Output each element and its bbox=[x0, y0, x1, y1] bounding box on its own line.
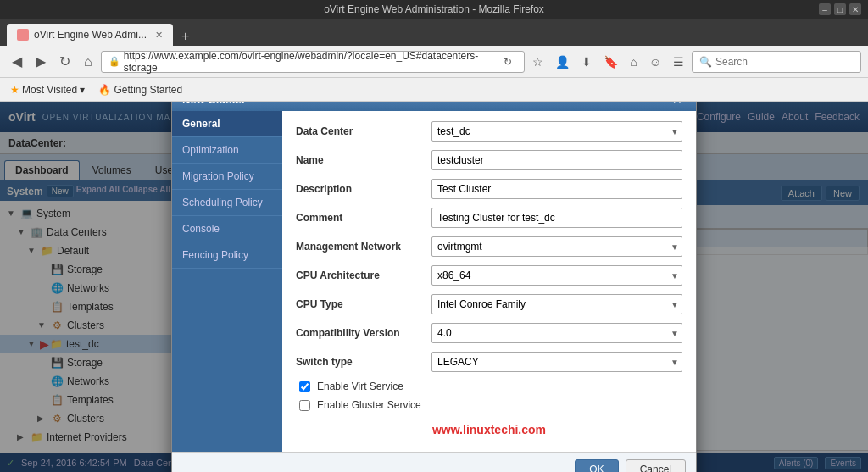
modal-footer: OK Cancel bbox=[172, 452, 696, 472]
form-row-compat-version: Compatibility Version 4.0 ▼ bbox=[296, 323, 682, 343]
modal-close-btn[interactable]: ✕ bbox=[669, 102, 686, 106]
getting-started-icon: 🔥 bbox=[98, 84, 111, 96]
comment-input[interactable] bbox=[431, 208, 682, 228]
form-row-cpu-architecture: CPU Architecture x86_64 ▼ bbox=[296, 265, 682, 286]
comment-field-label: Comment bbox=[296, 212, 431, 224]
modal-nav-general[interactable]: General bbox=[172, 111, 282, 137]
url-text: https://www.example.com/ovirt-engine/web… bbox=[124, 50, 499, 74]
modal-form-content: Data Center test_dc ▼ Name bbox=[282, 111, 696, 452]
enable-gluster-label: Enable Gluster Service bbox=[317, 399, 421, 411]
cpu-architecture-select[interactable]: x86_64 bbox=[431, 265, 682, 286]
cpu-type-label: CPU Type bbox=[296, 298, 431, 310]
modal-title: New Cluster bbox=[182, 102, 246, 106]
datacenter-select-wrap: test_dc ▼ bbox=[431, 121, 682, 142]
cpu-type-select-wrap: Intel Conroe Family ▼ bbox=[431, 294, 682, 314]
home-btn[interactable]: ⌂ bbox=[79, 53, 97, 71]
most-visited-bookmark[interactable]: ★ Most Visited ▾ bbox=[7, 82, 88, 97]
window-controls[interactable]: – □ ✕ bbox=[819, 3, 861, 15]
user-icon-btn[interactable]: 👤 bbox=[551, 53, 574, 70]
ok-button[interactable]: OK bbox=[575, 459, 618, 472]
enable-gluster-checkbox[interactable] bbox=[299, 400, 310, 411]
url-bar[interactable]: 🔒 https://www.example.com/ovirt-engine/w… bbox=[101, 51, 526, 73]
watermark: www.linuxtechi.com bbox=[296, 418, 682, 441]
refresh-btn[interactable]: ↻ bbox=[54, 52, 75, 71]
modal-nav-migration-policy[interactable]: Migration Policy bbox=[172, 164, 282, 190]
star-icon: ★ bbox=[10, 84, 19, 96]
browser-icons: ☆ 👤 ⬇ 🔖 ⌂ ☺ ☰ bbox=[528, 53, 688, 70]
bookmark-list-btn[interactable]: 🔖 bbox=[599, 53, 622, 70]
modal-overlay: New Cluster ✕ General Optimization Migra… bbox=[0, 102, 868, 472]
close-btn[interactable]: ✕ bbox=[849, 3, 861, 15]
reload-btn[interactable]: ↻ bbox=[498, 54, 517, 69]
cancel-button[interactable]: Cancel bbox=[626, 459, 686, 472]
description-input[interactable] bbox=[431, 179, 682, 199]
tab-close-btn[interactable]: ✕ bbox=[155, 30, 163, 41]
maximize-btn[interactable]: □ bbox=[834, 3, 846, 15]
home-icon-btn[interactable]: ⌂ bbox=[626, 53, 641, 70]
form-row-datacenter: Data Center test_dc ▼ bbox=[296, 121, 682, 142]
bookmark-star-btn[interactable]: ☆ bbox=[528, 53, 548, 70]
browser-titlebar: oVirt Engine Web Administration - Mozill… bbox=[0, 0, 868, 19]
modal-titlebar: New Cluster ✕ bbox=[172, 102, 696, 111]
form-row-description: Description bbox=[296, 179, 682, 199]
compat-version-select-wrap: 4.0 ▼ bbox=[431, 323, 682, 343]
form-row-enable-virt: Enable Virt Service bbox=[296, 380, 682, 392]
modal-nav-console[interactable]: Console bbox=[172, 216, 282, 242]
modal-nav-optimization[interactable]: Optimization bbox=[172, 137, 282, 164]
browser-navbar: ◀ ▶ ↻ ⌂ 🔒 https://www.example.com/ovirt-… bbox=[0, 46, 868, 78]
cpu-arch-select-wrap: x86_64 ▼ bbox=[431, 265, 682, 286]
name-field-label: Name bbox=[296, 154, 431, 166]
modal-nav-fencing-policy[interactable]: Fencing Policy bbox=[172, 242, 282, 269]
switch-type-select-wrap: LEGACY ▼ bbox=[431, 352, 682, 372]
forward-btn[interactable]: ▶ bbox=[31, 52, 51, 71]
compat-version-select[interactable]: 4.0 bbox=[431, 323, 682, 343]
browser-title: oVirt Engine Web Administration - Mozill… bbox=[324, 3, 544, 15]
browser-tabs: oVirt Engine Web Admi... ✕ + bbox=[0, 19, 868, 46]
name-input[interactable] bbox=[431, 150, 682, 170]
switch-type-select[interactable]: LEGACY bbox=[431, 352, 682, 372]
bookmarks-bar: ★ Most Visited ▾ 🔥 Getting Started bbox=[0, 78, 868, 102]
modal-nav: General Optimization Migration Policy Sc… bbox=[172, 111, 282, 452]
form-row-switch-type: Switch type LEGACY ▼ bbox=[296, 352, 682, 372]
description-field-label: Description bbox=[296, 183, 431, 195]
new-tab-btn[interactable]: + bbox=[176, 27, 194, 46]
cpu-type-select[interactable]: Intel Conroe Family bbox=[431, 294, 682, 314]
compat-version-label: Compatibility Version bbox=[296, 327, 431, 339]
form-row-cpu-type: CPU Type Intel Conroe Family ▼ bbox=[296, 294, 682, 314]
app-content: oVirt OPEN VIRTUALIZATION MANAGER admin@… bbox=[0, 102, 868, 472]
most-visited-label: Most Visited ▾ bbox=[22, 84, 85, 96]
minimize-btn[interactable]: – bbox=[819, 3, 831, 15]
management-network-select[interactable]: ovirtmgmt bbox=[431, 236, 682, 257]
download-icon-btn[interactable]: ⬇ bbox=[577, 53, 596, 70]
enable-virt-label: Enable Virt Service bbox=[317, 380, 403, 392]
management-network-select-wrap: ovirtmgmt ▼ bbox=[431, 236, 682, 257]
management-network-label: Management Network bbox=[296, 241, 431, 253]
tab-label: oVirt Engine Web Admi... bbox=[34, 29, 147, 41]
browser-search-bar[interactable]: 🔍 bbox=[692, 51, 861, 73]
modal-nav-scheduling-policy[interactable]: Scheduling Policy bbox=[172, 190, 282, 216]
getting-started-bookmark[interactable]: 🔥 Getting Started bbox=[95, 82, 186, 97]
datacenter-field-label: Data Center bbox=[296, 125, 431, 137]
enable-virt-checkbox[interactable] bbox=[299, 381, 310, 392]
search-icon: 🔍 bbox=[699, 56, 712, 68]
ssl-icon: 🔒 bbox=[108, 56, 120, 67]
cpu-arch-label: CPU Architecture bbox=[296, 269, 431, 281]
tab-favicon bbox=[17, 29, 29, 41]
menu-btn[interactable]: ☰ bbox=[669, 53, 688, 70]
getting-started-label: Getting Started bbox=[114, 84, 182, 96]
datacenter-select[interactable]: test_dc bbox=[431, 121, 682, 142]
form-row-enable-gluster: Enable Gluster Service bbox=[296, 399, 682, 411]
switch-type-label: Switch type bbox=[296, 356, 431, 368]
active-tab[interactable]: oVirt Engine Web Admi... ✕ bbox=[7, 24, 173, 46]
form-row-comment: Comment bbox=[296, 208, 682, 228]
form-row-name: Name bbox=[296, 150, 682, 170]
form-row-management-network: Management Network ovirtmgmt ▼ bbox=[296, 236, 682, 257]
modal-body: General Optimization Migration Policy Sc… bbox=[172, 111, 696, 452]
smiley-btn[interactable]: ☺ bbox=[645, 53, 665, 70]
browser-search-input[interactable] bbox=[715, 56, 854, 68]
back-btn[interactable]: ◀ bbox=[7, 52, 27, 71]
new-cluster-modal: New Cluster ✕ General Optimization Migra… bbox=[171, 102, 697, 472]
